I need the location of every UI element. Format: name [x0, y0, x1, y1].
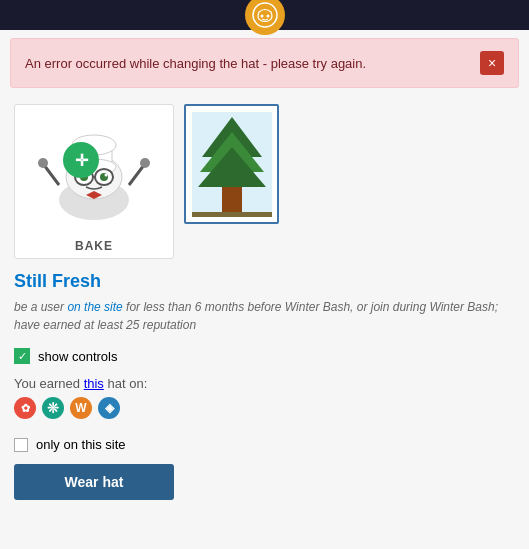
- svg-rect-25: [192, 212, 272, 217]
- site-badges: ✿ ❊ W ◈: [14, 397, 515, 419]
- bake-hat-image: [34, 115, 154, 230]
- wear-hat-button[interactable]: Wear hat: [14, 464, 174, 500]
- svg-line-5: [129, 165, 144, 185]
- site-badge-1[interactable]: ✿: [14, 397, 36, 419]
- site-logo[interactable]: [245, 0, 285, 35]
- logo-icon: [252, 2, 278, 28]
- error-message: An error occurred while changing the hat…: [25, 56, 366, 71]
- earned-text: You earned this hat on:: [14, 376, 515, 391]
- only-on-site-label: only on this site: [36, 437, 126, 452]
- only-on-site-checkbox[interactable]: [14, 438, 28, 452]
- svg-point-2: [266, 15, 269, 18]
- hat-card-tree[interactable]: [184, 104, 279, 224]
- site-badge-4[interactable]: ◈: [98, 397, 120, 419]
- earned-on-row: You earned this hat on: ✿ ❊ W ◈: [14, 376, 515, 419]
- on-site-link[interactable]: on the site: [67, 300, 122, 314]
- svg-line-4: [44, 165, 59, 185]
- svg-rect-21: [222, 187, 242, 212]
- hat-name: Still Fresh: [14, 271, 515, 292]
- this-hat-link[interactable]: this: [84, 376, 104, 391]
- hat-card-bake-label: BAKE: [75, 239, 113, 253]
- hat-cards-row: ✛ BAKE: [14, 104, 515, 259]
- error-close-button[interactable]: ×: [480, 51, 504, 75]
- move-icon[interactable]: ✛: [63, 142, 99, 178]
- svg-point-0: [253, 3, 277, 27]
- hat-description: be a user on the site for less than 6 mo…: [14, 298, 515, 334]
- tree-hat-image: [192, 112, 272, 217]
- show-controls-checkbox[interactable]: [14, 348, 30, 364]
- hat-card-bake[interactable]: ✛ BAKE: [14, 104, 174, 259]
- site-badge-3[interactable]: W: [70, 397, 92, 419]
- main-content: ✛ BAKE Still Fresh be a user on: [0, 96, 529, 508]
- only-on-site-row: only on this site: [14, 437, 515, 452]
- show-controls-label: show controls: [38, 349, 117, 364]
- top-bar: [0, 0, 529, 30]
- svg-point-1: [260, 15, 263, 18]
- site-badge-2[interactable]: ❊: [42, 397, 64, 419]
- show-controls-row: show controls: [14, 348, 515, 364]
- error-banner: An error occurred while changing the hat…: [10, 38, 519, 88]
- svg-point-6: [38, 158, 48, 168]
- svg-point-7: [140, 158, 150, 168]
- svg-point-17: [105, 174, 108, 177]
